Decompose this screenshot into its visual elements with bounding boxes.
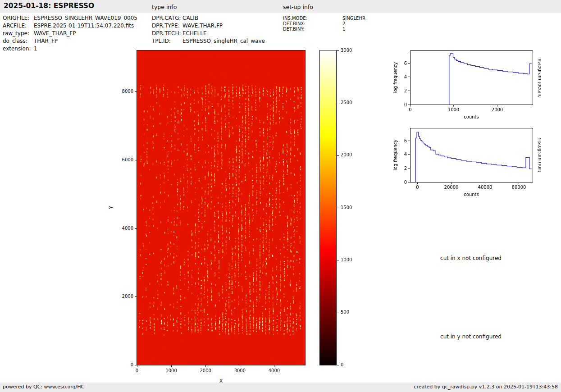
colorbar-tick-label: 500 — [341, 310, 349, 315]
colorbar-tick — [337, 365, 339, 365]
main-x-tick-label: 2000 — [196, 368, 214, 373]
colorbar-tick-label: 1000 — [341, 257, 352, 262]
note-cut-y: cut in y not configured — [410, 333, 532, 340]
qc-report-page: 2025-01-18: ESPRESSO type info set-up in… — [0, 0, 561, 392]
main-x-tick-label: 1000 — [162, 368, 180, 373]
footer-left-text: powered by QC: www.eso.org/HC — [3, 384, 84, 390]
main-x-tick — [171, 365, 172, 367]
footer-bar: powered by QC: www.eso.org/HC created by… — [0, 383, 561, 392]
colorbar-tick-label: 1500 — [341, 205, 352, 210]
colorbar-tick — [337, 208, 339, 208]
colorbar-tick — [337, 260, 339, 260]
colorbar — [319, 50, 337, 365]
histogram-detail-canvas — [392, 45, 541, 131]
colorbar-tick-label: 3000 — [341, 48, 352, 53]
figure-layer: Y X cut in x not configured cut in y not… — [0, 0, 561, 392]
main-x-tick — [240, 365, 240, 367]
main-x-tick-label: 0 — [128, 368, 146, 373]
main-y-tick — [135, 91, 137, 92]
note-cut-x: cut in x not configured — [410, 255, 532, 261]
colorbar-tick — [337, 103, 339, 103]
main-y-axis-label: Y — [108, 206, 114, 209]
main-x-tick — [205, 365, 206, 367]
footer-right-text: created by qc_rawdisp.py v1.2.3 on 2025-… — [414, 384, 558, 390]
main-x-tick-label: 3000 — [231, 368, 249, 373]
main-y-tick — [135, 296, 137, 297]
main-y-tick-label: 2000 — [114, 294, 133, 299]
colorbar-tick-label: 2000 — [341, 152, 352, 157]
colorbar-tick — [337, 155, 339, 156]
main-y-tick-label: 8000 — [114, 89, 133, 94]
main-y-tick-label: 4000 — [114, 226, 133, 231]
colorbar-tick — [337, 313, 339, 313]
main-y-tick — [135, 160, 137, 160]
main-y-tick-label: 6000 — [114, 157, 133, 162]
main-x-tick-label: 4000 — [265, 368, 283, 373]
main-y-tick — [135, 228, 137, 229]
main-y-tick — [135, 365, 137, 365]
main-y-tick-label: 0 — [114, 362, 133, 367]
colorbar-tick-label: 0 — [341, 362, 343, 367]
histogram-full-canvas — [392, 123, 541, 208]
colorbar-tick — [337, 50, 339, 51]
main-x-tick — [274, 365, 274, 367]
main-x-tick — [137, 365, 137, 367]
colorbar-tick-label: 2500 — [341, 100, 352, 105]
raw-image-canvas — [137, 50, 306, 365]
